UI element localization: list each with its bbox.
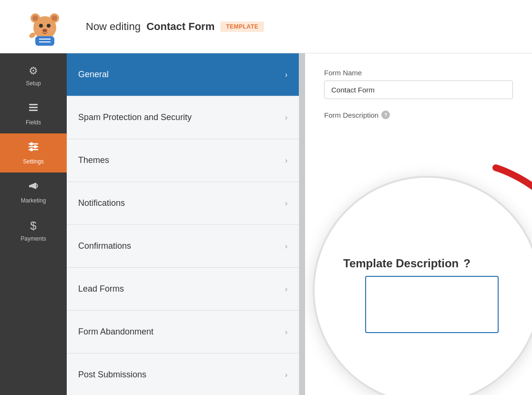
editing-label: Now editing bbox=[86, 20, 141, 32]
main-layout: ⚙ Setup Fields bbox=[0, 53, 532, 395]
sidebar-item-payments[interactable]: $ Payments bbox=[0, 212, 67, 250]
post-submissions-label: Post Submissions bbox=[78, 370, 146, 380]
form-name-input[interactable] bbox=[324, 81, 513, 99]
form-desc-label-text: Form Description bbox=[324, 111, 379, 119]
fields-icon bbox=[28, 102, 39, 116]
chevron-icon: › bbox=[285, 371, 287, 379]
settings-label: Settings bbox=[23, 158, 43, 165]
chevron-icon: › bbox=[285, 328, 287, 336]
form-name-label-text: Form Name bbox=[324, 69, 362, 77]
template-section: Template Description ? bbox=[313, 176, 532, 395]
gear-icon: ⚙ bbox=[29, 65, 38, 77]
chevron-icon: › bbox=[285, 199, 287, 208]
top-bar-title: Now editing Contact Form bbox=[86, 20, 215, 33]
svg-point-5 bbox=[39, 24, 43, 28]
sidebar-item-setup[interactable]: ⚙ Setup bbox=[0, 57, 67, 94]
marketing-icon bbox=[28, 180, 39, 194]
form-name-title: Contact Form bbox=[146, 20, 215, 32]
settings-icon bbox=[28, 141, 39, 155]
logo-area bbox=[11, 8, 78, 46]
form-abandonment-label: Form Abandonment bbox=[78, 327, 153, 337]
spam-label: Spam Protection and Security bbox=[78, 112, 192, 122]
divider bbox=[299, 53, 305, 395]
marketing-label: Marketing bbox=[21, 197, 46, 204]
menu-item-lead-forms[interactable]: Lead Forms › bbox=[67, 268, 299, 311]
menu-item-themes[interactable]: Themes › bbox=[67, 139, 299, 182]
menu-item-form-abandonment[interactable]: Form Abandonment › bbox=[67, 311, 299, 354]
menu-item-general[interactable]: General › bbox=[67, 53, 299, 96]
svg-point-8 bbox=[36, 27, 41, 32]
svg-rect-10 bbox=[35, 36, 54, 46]
payments-icon: $ bbox=[30, 219, 36, 233]
themes-label: Themes bbox=[78, 155, 109, 165]
logo-bear bbox=[26, 8, 64, 46]
payments-label: Payments bbox=[20, 235, 46, 242]
sidebar-item-settings[interactable]: Settings bbox=[0, 133, 67, 172]
template-badge: TEMPLATE bbox=[220, 21, 264, 32]
chevron-icon: › bbox=[285, 156, 287, 165]
svg-point-9 bbox=[49, 27, 54, 32]
fields-label: Fields bbox=[26, 119, 41, 126]
svg-rect-14 bbox=[29, 104, 38, 105]
confirmations-label: Confirmations bbox=[78, 241, 131, 251]
template-desc-label: Template Description ? bbox=[343, 257, 471, 270]
svg-point-22 bbox=[30, 148, 33, 151]
template-desc-textarea[interactable] bbox=[365, 276, 499, 333]
content-area: Form Name Form Description ? Template De… bbox=[305, 53, 532, 395]
form-name-label: Form Name bbox=[324, 69, 513, 77]
top-bar: Now editing Contact Form TEMPLATE bbox=[0, 0, 532, 53]
sidebar-item-marketing[interactable]: Marketing bbox=[0, 172, 67, 212]
svg-point-7 bbox=[42, 29, 47, 32]
sidebar-item-fields[interactable]: Fields bbox=[0, 94, 67, 133]
svg-rect-23 bbox=[29, 185, 31, 187]
setup-label: Setup bbox=[26, 80, 41, 87]
svg-point-3 bbox=[32, 15, 38, 21]
svg-point-20 bbox=[30, 142, 33, 145]
menu-item-notifications[interactable]: Notifications › bbox=[67, 182, 299, 225]
menu-item-spam[interactable]: Spam Protection and Security › bbox=[67, 96, 299, 139]
menu-item-confirmations[interactable]: Confirmations › bbox=[67, 225, 299, 268]
menu-item-post-submissions[interactable]: Post Submissions › bbox=[67, 354, 299, 395]
general-label: General bbox=[78, 70, 109, 80]
svg-rect-16 bbox=[29, 110, 38, 111]
template-desc-help-icon: ? bbox=[463, 257, 471, 270]
svg-point-6 bbox=[47, 24, 51, 28]
chevron-icon: › bbox=[285, 285, 287, 294]
svg-point-21 bbox=[34, 145, 37, 148]
lead-forms-label: Lead Forms bbox=[78, 284, 124, 294]
svg-point-4 bbox=[51, 15, 57, 21]
chevron-icon: › bbox=[285, 71, 287, 79]
chevron-icon: › bbox=[285, 242, 287, 251]
form-desc-label: Form Description ? bbox=[324, 111, 513, 119]
form-desc-help-icon: ? bbox=[381, 111, 390, 119]
chevron-icon: › bbox=[285, 113, 287, 122]
svg-rect-15 bbox=[29, 107, 38, 108]
settings-menu: General › Spam Protection and Security ›… bbox=[67, 53, 299, 395]
notifications-label: Notifications bbox=[78, 198, 125, 208]
sidebar-left: ⚙ Setup Fields bbox=[0, 53, 67, 395]
template-desc-label-text: Template Description bbox=[343, 257, 459, 270]
